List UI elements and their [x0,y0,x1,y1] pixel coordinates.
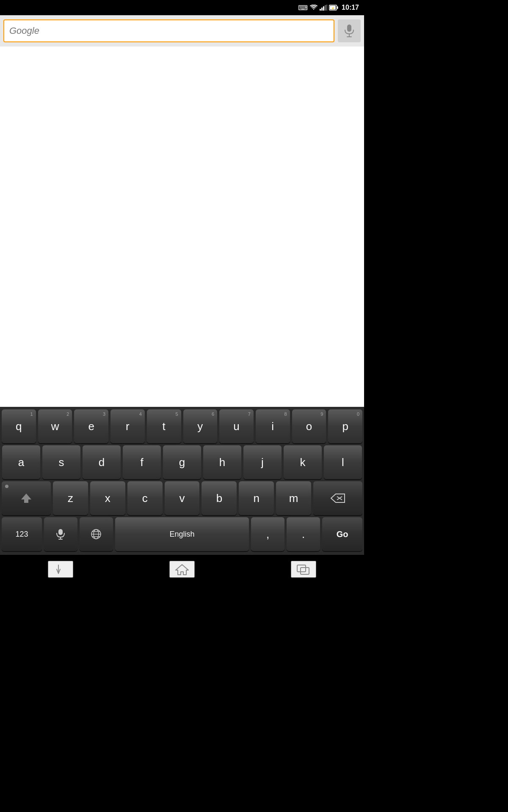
status-time: 10:17 [342,4,359,11]
key-x[interactable]: x [90,481,125,515]
back-icon [54,563,67,576]
key-a[interactable]: a [2,445,40,479]
search-input[interactable] [9,25,329,36]
key-backspace[interactable] [313,481,362,515]
key-language[interactable] [80,517,113,551]
key-r[interactable]: 4 r [110,409,145,443]
key-o[interactable]: 9 o [292,409,326,443]
key-z[interactable]: z [53,481,88,515]
key-g[interactable]: g [163,445,201,479]
svg-text:⚡: ⚡ [331,6,335,10]
svg-rect-9 [347,25,351,32]
svg-rect-1 [321,8,323,11]
key-l[interactable]: l [324,445,362,479]
svg-rect-0 [320,9,321,11]
key-space[interactable]: English [115,517,249,551]
key-d[interactable]: d [83,445,121,479]
key-t[interactable]: 5 t [147,409,181,443]
key-w[interactable]: 2 w [38,409,72,443]
svg-rect-24 [297,565,306,572]
key-k[interactable]: k [284,445,322,479]
key-shift[interactable] [2,481,51,515]
battery-icon: ⚡ [329,5,338,11]
key-m[interactable]: m [276,481,311,515]
key-s[interactable]: s [42,445,80,479]
key-q[interactable]: 1 q [2,409,36,443]
key-u[interactable]: 7 u [219,409,254,443]
key-y[interactable]: 6 y [183,409,218,443]
key-f[interactable]: f [123,445,161,479]
search-input-container[interactable] [3,19,334,42]
nav-home-button[interactable] [169,561,195,578]
microphone-icon [343,24,355,38]
keyboard-icon: ⌨ [298,4,308,12]
keyboard-row-2: a s d f g h j k l [2,445,362,479]
shift-dot [5,485,8,488]
backspace-icon [330,493,345,503]
key-i[interactable]: 8 i [256,409,290,443]
status-bar: ⌨ ⚡ 10:17 [0,0,364,15]
key-mic[interactable] [44,517,77,551]
svg-rect-25 [301,568,309,574]
mic-button[interactable] [338,19,361,42]
key-comma[interactable]: , [251,517,284,551]
svg-rect-6 [337,6,338,9]
shift-icon [20,492,32,504]
nav-back-button[interactable] [48,561,73,578]
search-area [0,15,364,47]
svg-rect-4 [326,5,327,11]
keyboard-row-4: 123 English , . [2,517,362,551]
key-b[interactable]: b [202,481,237,515]
keyboard-row-1: 1 q 2 w 3 e 4 r 5 t 6 y 7 u 8 i [2,409,362,443]
key-period[interactable]: . [287,517,320,551]
svg-rect-2 [323,6,324,11]
svg-marker-12 [21,494,31,503]
key-numbers[interactable]: 123 [2,517,42,551]
wifi-icon [309,5,318,11]
key-e[interactable]: 3 e [74,409,108,443]
nav-bar [0,555,364,584]
svg-marker-23 [176,565,188,575]
keyboard: 1 q 2 w 3 e 4 r 5 t 6 y 7 u 8 i [0,407,364,555]
key-p[interactable]: 0 p [328,409,362,443]
home-icon [175,563,189,576]
key-v[interactable]: v [165,481,200,515]
key-go[interactable]: Go [322,517,362,551]
key-j[interactable]: j [243,445,282,479]
keyboard-row-3: z x c v b n m [2,481,362,515]
svg-rect-3 [325,5,326,11]
nav-recents-button[interactable] [291,561,316,578]
mic-bottom-icon [56,529,65,540]
key-h[interactable]: h [203,445,241,479]
key-n[interactable]: n [239,481,274,515]
status-icons: ⌨ ⚡ 10:17 [298,4,359,12]
signal-icon [320,5,327,11]
main-content [0,47,364,407]
recents-icon [296,563,311,575]
key-c[interactable]: c [127,481,163,515]
svg-rect-15 [58,529,63,535]
globe-icon [91,529,102,540]
